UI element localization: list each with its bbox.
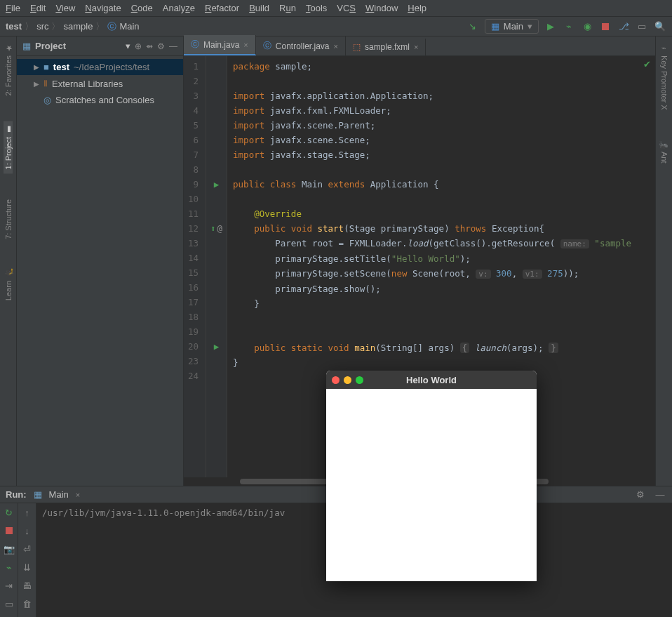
minimize-icon[interactable]: — <box>654 489 666 501</box>
menu-edit[interactable]: Edit <box>30 3 46 13</box>
menu-file[interactable]: File <box>6 3 20 13</box>
tab-ant[interactable]: 🐜 Ant <box>659 135 668 168</box>
layout-icon[interactable]: ⇥ <box>3 579 15 592</box>
search-icon[interactable]: 🔍 <box>654 20 666 33</box>
dump-icon[interactable]: 📷 <box>3 543 15 555</box>
menu-vcs[interactable]: VCS <box>337 3 356 13</box>
run-toolbar-right: ↑ ↓ ⏎ ⇊ 🖶 🗑 <box>18 503 36 617</box>
tab-main-java[interactable]: ⓒ Main.java × <box>184 35 256 55</box>
run-button[interactable]: ▶ <box>544 20 557 33</box>
locate-icon[interactable]: ⊕ <box>135 41 142 51</box>
hide-icon[interactable]: — <box>169 41 177 51</box>
tree-project-root[interactable]: ▶ ■ test ~/IdeaProjects/test <box>17 59 183 75</box>
inspection-ok-icon[interactable]: ✔ <box>643 59 651 69</box>
app-titlebar[interactable]: Hello World <box>326 371 537 389</box>
menubar: File Edit View Navigate Code Analyze Ref… <box>0 0 672 17</box>
tab-project[interactable]: 1: Project ▮ <box>4 121 13 173</box>
app-title: Hello World <box>368 375 495 385</box>
run-gutter-icon[interactable]: ▶ <box>214 177 220 192</box>
run-gutter-icon[interactable]: ▶ <box>214 339 220 354</box>
close-icon[interactable]: × <box>243 41 248 49</box>
minimize-dot[interactable] <box>344 376 351 384</box>
git-icon[interactable]: ⎇ <box>617 20 630 33</box>
line-gutter: 12345678910111213141516171819202324 <box>184 56 206 486</box>
right-tool-gutter: ⌁ Key Promoter X 🐜 Ant <box>655 37 672 486</box>
breadcrumb[interactable]: test 〉 src 〉 sample 〉 ⓒ Main <box>6 20 466 33</box>
up-icon[interactable]: ↑ <box>21 506 34 519</box>
breadcrumb-src[interactable]: src <box>36 21 48 32</box>
tree-scratches[interactable]: ◎ Scratches and Consoles <box>17 92 183 108</box>
menu-refactor[interactable]: Refactor <box>205 3 239 13</box>
editor-tabs: ⓒ Main.java × ⓒ Controller.java × ⬚ samp… <box>184 37 655 56</box>
menu-code[interactable]: Code <box>131 3 153 13</box>
tab-controller-java[interactable]: ⓒ Controller.java × <box>256 37 346 55</box>
gear-icon[interactable]: ⚙ <box>634 489 647 501</box>
pin-icon[interactable]: ▭ <box>3 597 15 610</box>
marker-gutter: ▶ ⬆@ ▶ <box>206 56 227 486</box>
menu-analyze[interactable]: Analyze <box>163 3 195 13</box>
breadcrumb-pkg[interactable]: sample <box>63 21 93 32</box>
tab-favorites[interactable]: 2: Favorites ★ <box>4 39 13 100</box>
run-config-name: Main <box>504 21 523 32</box>
settings-icon[interactable]: ⚙ <box>157 41 165 51</box>
tab-sample-fxml[interactable]: ⬚ sample.fxml × <box>346 39 426 55</box>
scroll-icon[interactable]: ⇊ <box>21 561 34 573</box>
tab-learn[interactable]: Learn 🎓 <box>4 265 13 305</box>
down-icon[interactable]: ↓ <box>21 524 34 537</box>
trash-icon[interactable]: 🗑 <box>21 597 34 610</box>
tab-structure[interactable]: 7: Structure <box>4 195 13 244</box>
run-config-label[interactable]: Main <box>49 489 69 500</box>
app-window[interactable]: Hello World <box>326 371 537 581</box>
maximize-dot[interactable] <box>356 376 363 384</box>
run-config-selector[interactable]: ▦ Main ▾ <box>485 19 539 34</box>
run-label: Run: <box>6 489 27 500</box>
stop-button[interactable] <box>599 20 612 33</box>
collapse-icon[interactable]: ⇴ <box>146 41 153 51</box>
project-panel: ▦ Project ▾ ⊕ ⇴ ⚙ — ▶ ■ test ~/IdeaProje… <box>17 37 184 486</box>
print-icon[interactable]: 🖶 <box>21 579 34 592</box>
menu-run[interactable]: Run <box>279 3 296 13</box>
build-icon[interactable]: ↘ <box>466 20 479 33</box>
panel-icon[interactable]: ▭ <box>636 20 648 33</box>
menu-window[interactable]: Window <box>365 3 398 13</box>
breadcrumb-project[interactable]: test <box>6 21 22 32</box>
menu-build[interactable]: Build <box>249 3 269 13</box>
menu-navigate[interactable]: Navigate <box>85 3 121 13</box>
close-dot[interactable] <box>332 376 340 384</box>
run-toolbar-left: ↻ 📷 ⌁ ⇥ ▭ <box>0 503 18 617</box>
project-panel-title[interactable]: Project <box>35 41 121 51</box>
menu-view[interactable]: View <box>55 3 75 13</box>
close-icon[interactable]: × <box>334 42 338 51</box>
left-tool-gutter: 2: Favorites ★ 1: Project ▮ 7: Structure… <box>0 37 17 486</box>
stop-icon[interactable] <box>3 524 15 537</box>
coverage-button[interactable]: ◉ <box>581 20 593 33</box>
rerun-icon[interactable]: ↻ <box>3 506 15 519</box>
breadcrumb-file[interactable]: Main <box>119 21 139 32</box>
project-panel-header: ▦ Project ▾ ⊕ ⇴ ⚙ — <box>17 37 183 56</box>
debug-button[interactable]: ⌁ <box>563 20 575 33</box>
tree-external-libs[interactable]: ▶ ⫴ External Libraries <box>17 75 183 92</box>
exit-icon[interactable]: ⌁ <box>3 561 15 573</box>
close-icon[interactable]: × <box>414 43 418 51</box>
menu-help[interactable]: Help <box>408 3 426 13</box>
wrap-icon[interactable]: ⏎ <box>21 543 34 555</box>
menu-tools[interactable]: Tools <box>306 3 327 13</box>
navigation-bar: test 〉 src 〉 sample 〉 ⓒ Main ↘ ▦ Main ▾ … <box>0 17 672 37</box>
tab-keypromoter[interactable]: ⌁ Key Promoter X <box>659 39 668 114</box>
